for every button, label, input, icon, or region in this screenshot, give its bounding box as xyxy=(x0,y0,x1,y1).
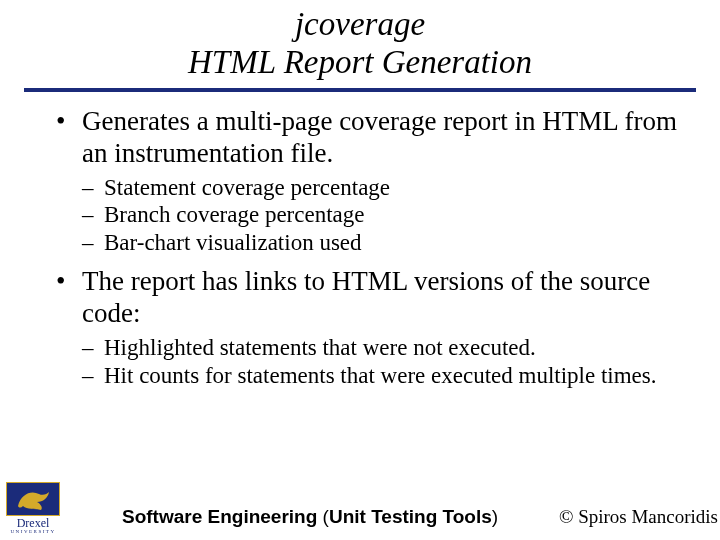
title-line-1: jcoverage xyxy=(0,6,720,44)
bullet-2: The report has links to HTML versions of… xyxy=(56,266,684,389)
bullet-2-sub-2: Hit counts for statements that were exec… xyxy=(82,362,684,390)
logo-name: Drexel xyxy=(6,517,60,529)
footer-bold-2: Unit Testing Tools xyxy=(329,506,492,527)
dragon-icon xyxy=(6,482,60,516)
copyright-text: © Spiros Mancoridis xyxy=(559,506,718,528)
drexel-logo: Drexel UNIVERSITY xyxy=(6,482,60,534)
bullet-1-text: Generates a multi-page coverage report i… xyxy=(82,106,677,168)
footer-center-text: Software Engineering (Unit Testing Tools… xyxy=(122,506,498,528)
slide-title: jcoverage HTML Report Generation xyxy=(0,0,720,82)
bullet-2-text: The report has links to HTML versions of… xyxy=(82,266,650,328)
slide-footer: Drexel UNIVERSITY Software Engineering (… xyxy=(0,480,720,536)
bullet-1-sub-2: Branch coverage percentage xyxy=(82,201,684,229)
logo-sub: UNIVERSITY xyxy=(6,529,60,534)
bullet-1-sub-3: Bar-chart visualization used xyxy=(82,229,684,257)
bullet-1-sub-1: Statement coverage percentage xyxy=(82,174,684,202)
slide-body: Generates a multi-page coverage report i… xyxy=(0,106,720,389)
bullet-2-sub-1: Highlighted statements that were not exe… xyxy=(82,334,684,362)
footer-paren-close: ) xyxy=(492,506,498,527)
bullet-1: Generates a multi-page coverage report i… xyxy=(56,106,684,257)
footer-bold-1: Software Engineering xyxy=(122,506,323,527)
title-underline xyxy=(24,88,696,92)
title-line-2: HTML Report Generation xyxy=(0,44,720,82)
